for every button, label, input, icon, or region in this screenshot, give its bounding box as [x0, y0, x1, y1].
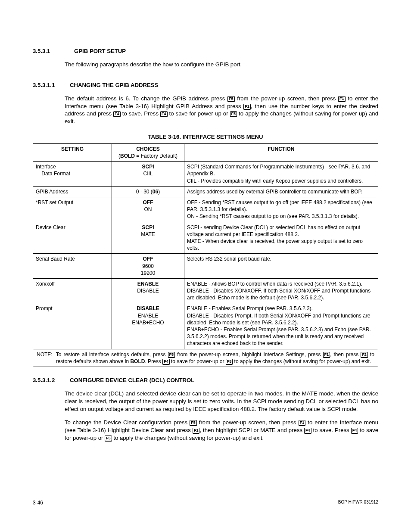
choices-cell: SCPIMATE	[112, 222, 184, 254]
choices-cell: SCPICIIL	[112, 162, 184, 187]
subsection-paragraph: To change the Device Clear configuration…	[65, 419, 378, 442]
choices-cell: OFF960019200	[112, 254, 184, 279]
function-cell: SCPI (Standard Commands for Programmable…	[184, 162, 378, 187]
table-note: NOTE: To restore all interface settings …	[33, 349, 378, 367]
function-cell: OFF - Sending *RST causes output to go o…	[184, 197, 378, 222]
f5-key-icon: F5	[190, 420, 197, 426]
table-row: *RST set OutputOFFONOFF - Sending *RST c…	[33, 197, 378, 222]
f1-key-icon: F1	[243, 104, 251, 109]
setting-cell: Prompt	[33, 303, 112, 349]
function-cell: ENABLE - Enables Serial Prompt (see PAR.…	[184, 303, 378, 349]
table-row: Interface Data FormatSCPICIILSCPI (Stand…	[33, 162, 378, 187]
interface-settings-table: SETTING CHOICES (BOLD = Factory Default)…	[33, 143, 378, 367]
page-number: 3-46	[33, 499, 43, 506]
f4-key-icon: F4	[351, 428, 358, 433]
f1-key-icon: F1	[323, 352, 330, 358]
f5-key-icon: F5	[226, 359, 233, 364]
f4-key-icon: F4	[113, 111, 121, 117]
f5-key-icon: F5	[168, 352, 175, 358]
f4-key-icon: F4	[162, 359, 170, 364]
setting-cell: Device Clear	[33, 222, 112, 254]
f5-key-icon: F5	[227, 96, 235, 102]
setting-cell: Xon/xoff	[33, 278, 112, 303]
section-paragraph: The following paragraphs describe the ho…	[65, 61, 378, 68]
subsection-title: CHANGING THE GPIB ADDRESS	[70, 81, 158, 89]
f2-key-icon: F2	[361, 352, 368, 358]
table-row: Serial Baud RateOFF960019200Selects RS 2…	[33, 254, 378, 279]
function-cell: Selects RS 232 serial port baud rate.	[184, 254, 378, 279]
subsection-number: 3.5.3.1.1	[33, 81, 61, 89]
choices-cell: DISABLEENABLEENAB+ECHO	[112, 303, 184, 349]
setting-cell: *RST set Output	[33, 197, 112, 222]
subsection-paragraph: The default address is 6. To change the …	[65, 95, 378, 125]
function-cell: SCPI - sending Device Clear (DCL) or sel…	[184, 222, 378, 254]
choices-cell: OFFON	[112, 197, 184, 222]
f5-key-icon: F5	[105, 436, 112, 441]
subsection-title: CONFIGURE DEVICE CLEAR (DCL) CONTROL	[70, 376, 194, 384]
table-row: GPIB Address0 - 30 (06)Assigns address u…	[33, 186, 378, 197]
f1-key-icon: F1	[338, 96, 346, 102]
choices-cell: ENABLEDISABLE	[112, 278, 184, 303]
table-row: Device ClearSCPIMATESCPI - sending Devic…	[33, 222, 378, 254]
table-row: PromptDISABLEENABLEENAB+ECHOENABLE - Ena…	[33, 303, 378, 349]
function-cell: ENABLE - Allows BOP to control when data…	[184, 278, 378, 303]
subsection-paragraph: The device clear (DCL) and selected devi…	[65, 390, 378, 413]
th-function: FUNCTION	[184, 143, 378, 161]
th-setting: SETTING	[33, 143, 112, 161]
f1-key-icon: F1	[193, 428, 200, 433]
setting-cell: Serial Baud Rate	[33, 254, 112, 279]
section-number: 3.5.3.1	[33, 47, 61, 55]
f1-key-icon: F1	[299, 420, 306, 426]
function-cell: Assigns address used by external GPIB co…	[184, 186, 378, 197]
setting-cell: GPIB Address	[33, 186, 112, 197]
f5-key-icon: F5	[230, 111, 237, 117]
table-row: Xon/xoffENABLEDISABLEENABLE - Allows BOP…	[33, 278, 378, 303]
f4-key-icon: F4	[160, 111, 168, 117]
f4-key-icon: F4	[304, 428, 311, 433]
choices-cell: 0 - 30 (06)	[112, 186, 184, 197]
th-choices: CHOICES (BOLD = Factory Default)	[112, 143, 184, 161]
section-title: GPIB PORT SETUP	[74, 47, 126, 55]
setting-cell: Interface Data Format	[33, 162, 112, 187]
doc-id: BOP HIPWR 031912	[338, 499, 378, 506]
subsection-number: 3.5.3.1.2	[33, 376, 61, 384]
table-caption: TABLE 3-16. INTERFACE SETTINGS MENU	[33, 133, 378, 141]
